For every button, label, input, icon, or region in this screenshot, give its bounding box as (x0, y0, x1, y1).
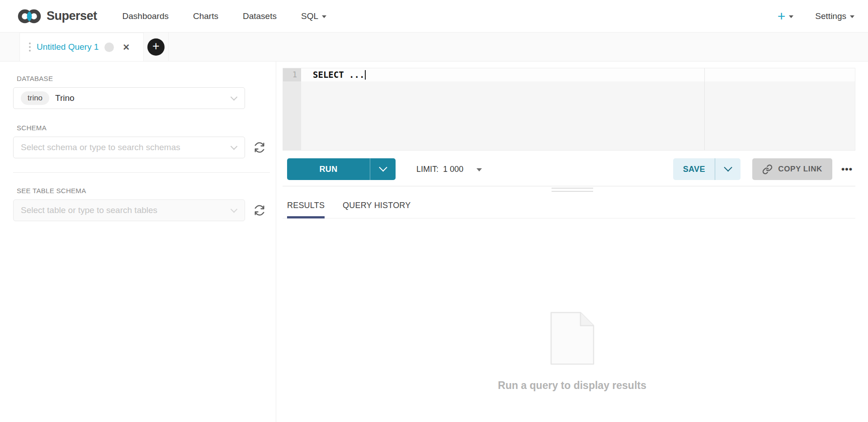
nav-dashboards[interactable]: Dashboards (123, 11, 169, 21)
chevron-down-icon (322, 15, 326, 18)
results-tab-bar: RESULTS QUERY HISTORY (283, 195, 855, 218)
empty-results-message: Run a query to display results (498, 379, 646, 392)
sqllab-main-panel: 1 SELECT ... RUN LIMIT: 1 000 SAVE (276, 62, 868, 422)
chevron-down-icon (231, 94, 238, 101)
database-label: DATABASE (17, 75, 276, 82)
tab-results[interactable]: RESULTS (287, 195, 325, 218)
sql-editor: 1 SELECT ... (283, 68, 855, 151)
table-placeholder: Select table or type to search tables (21, 205, 157, 215)
copy-link-button[interactable]: COPY LINK (752, 158, 832, 180)
chevron-down-icon (379, 163, 387, 171)
chevron-down-icon (724, 163, 732, 171)
superset-logo[interactable]: Superset (17, 9, 97, 24)
settings-menu[interactable]: Settings (815, 11, 854, 21)
plus-circle-icon: + (147, 38, 165, 56)
database-value: Trino (55, 93, 75, 103)
main-nav: Dashboards Charts Datasets SQL (123, 11, 326, 21)
schema-label: SCHEMA (17, 124, 276, 132)
top-navbar: Superset Dashboards Charts Datasets SQL … (0, 0, 868, 33)
run-split-button: RUN (287, 158, 396, 180)
link-icon (762, 164, 773, 175)
save-button[interactable]: SAVE (673, 158, 715, 180)
results-panel: Run a query to display results (276, 218, 868, 422)
run-button[interactable]: RUN (287, 158, 370, 180)
new-query-tab-button[interactable]: + (144, 33, 169, 61)
caret-down-icon (476, 168, 482, 171)
database-select[interactable]: trino Trino (13, 87, 245, 109)
refresh-tables-button[interactable] (253, 204, 266, 217)
run-options-button[interactable] (370, 158, 396, 180)
editor-gutter: 1 (283, 68, 301, 150)
chevron-down-icon (789, 15, 793, 18)
limit-dropdown[interactable]: LIMIT: 1 000 (416, 165, 482, 174)
nav-charts[interactable]: Charts (193, 11, 218, 21)
close-tab-icon[interactable]: ✕ (123, 42, 130, 52)
table-schema-label: SEE TABLE SCHEMA (17, 187, 276, 194)
editor-toolbar: RUN LIMIT: 1 000 SAVE COPY (283, 158, 855, 186)
limit-value: 1 000 (443, 165, 463, 174)
more-actions-button[interactable]: ••• (839, 162, 855, 176)
brand-name: Superset (47, 9, 97, 23)
sql-code-area[interactable]: SELECT ... (301, 68, 855, 150)
line-number: 1 (283, 68, 301, 81)
query-tab-active[interactable]: Untitled Query 1 ✕ (19, 33, 144, 61)
chevron-down-icon (850, 15, 854, 18)
pane-resize-handle[interactable] (276, 186, 868, 193)
refresh-schemas-button[interactable] (253, 141, 266, 154)
superset-infinity-icon (17, 9, 42, 24)
query-tab-label: Untitled Query 1 (37, 42, 99, 52)
limit-label: LIMIT: (416, 165, 439, 174)
tab-query-history[interactable]: QUERY HISTORY (343, 195, 410, 218)
database-engine-tag: trino (21, 91, 49, 105)
nav-sql-menu[interactable]: SQL (301, 11, 326, 21)
sql-code-line: SELECT ... (301, 68, 855, 81)
sidebar-divider (13, 172, 270, 173)
drag-handle-icon[interactable] (29, 43, 31, 52)
new-item-menu[interactable]: + (778, 9, 794, 23)
save-options-button[interactable] (715, 158, 741, 180)
schema-select[interactable]: Select schema or type to search schemas (13, 137, 245, 158)
schema-placeholder: Select schema or type to search schemas (21, 142, 180, 152)
text-cursor (365, 70, 366, 80)
chevron-down-icon (231, 206, 238, 213)
plus-icon: + (778, 9, 786, 23)
query-status-dot (104, 43, 114, 52)
save-split-button: SAVE (673, 158, 741, 180)
table-select[interactable]: Select table or type to search tables (13, 199, 245, 221)
navbar-right: + Settings (778, 9, 854, 23)
empty-document-icon (550, 312, 594, 365)
nav-datasets[interactable]: Datasets (243, 11, 277, 21)
chevron-down-icon (231, 143, 238, 150)
sqllab-left-panel: DATABASE trino Trino SCHEMA Select schem… (0, 62, 276, 422)
query-tab-strip: Untitled Query 1 ✕ + (0, 33, 868, 62)
